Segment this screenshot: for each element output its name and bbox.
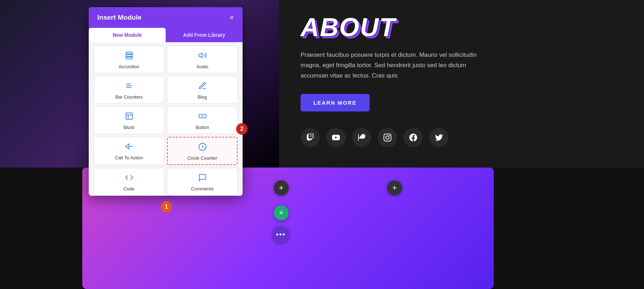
module-grid: Accordion Audio Bar Counters [94,46,238,196]
cta-icon [125,142,133,152]
svg-marker-10 [126,144,129,149]
plus-button-green[interactable]: + [274,205,289,220]
instagram-icon[interactable] [378,128,397,147]
facebook-icon[interactable] [404,128,423,147]
comments-label: Comments [191,186,214,191]
svg-rect-0 [126,52,132,54]
plus-button-mid[interactable]: + [274,180,289,195]
audio-icon [198,51,207,61]
twitter-icon[interactable] [429,128,449,147]
code-label: Code [123,186,135,191]
accordion-label: Accordion [119,64,140,69]
twitch-icon[interactable] [301,128,320,147]
svg-rect-7 [126,113,132,119]
blog-label: Blog [197,94,207,100]
dialog-tabs: New Module Add From Library [89,28,243,42]
blurb-label: Blurb [123,125,134,130]
blog-icon [198,81,207,91]
button-icon [198,112,207,122]
circle-counter-icon [198,143,207,153]
learn-more-button[interactable]: LEARN MORE [301,94,370,111]
code-icon [125,173,133,183]
svg-marker-3 [199,53,202,58]
about-body-text: Praesent faucibus posuere turpis et dict… [301,50,487,81]
tab-new-module[interactable]: New Module [89,28,166,42]
module-accordion[interactable]: Accordion [94,46,164,73]
module-call-to-action[interactable]: Call To Action [94,137,164,165]
svg-rect-1 [126,55,132,56]
module-circle-counter[interactable]: Circle Counter [167,137,238,165]
comments-icon [198,173,207,183]
module-comments[interactable]: Comments [167,168,238,195]
module-audio[interactable]: Audio [167,46,238,73]
about-section: ABOUT Praesent faucibus posuere turpis e… [279,0,644,171]
dialog-title: Insert Module [97,14,142,21]
youtube-icon[interactable] [326,128,346,147]
svg-rect-2 [126,57,132,59]
module-blog[interactable]: Blog [167,76,238,104]
tab-add-from-library[interactable]: Add From Library [166,28,243,42]
about-title: ABOUT [301,14,623,40]
cta-label: Call To Action [115,155,143,160]
patreon-icon[interactable] [352,128,371,147]
dots-menu-button[interactable]: ••• [273,226,289,243]
bar-counters-icon [125,81,133,91]
dialog-close-button[interactable]: × [230,14,234,21]
accordion-icon [125,51,133,61]
module-list: Accordion Audio Bar Counters [89,42,243,196]
module-blurb[interactable]: Blurb [94,106,164,134]
plus-button-right[interactable]: + [387,180,402,195]
circle-counter-label: Circle Counter [187,155,217,161]
badge-2: 2 [236,123,248,135]
button-label: Button [196,125,209,130]
background-bottom-right [494,168,644,289]
social-icons-row [301,128,623,147]
bar-counters-label: Bar Counters [115,94,143,100]
module-bar-counters[interactable]: Bar Counters [94,76,164,104]
dialog-header: Insert Module × [89,7,243,28]
module-code[interactable]: Code [94,168,164,195]
badge-1: 1 [161,201,172,213]
blurb-icon [125,112,133,122]
audio-label: Audio [196,64,208,69]
background-bottom-dark [0,168,82,289]
insert-module-dialog: Insert Module × New Module Add From Libr… [89,7,243,196]
module-button[interactable]: Button [167,106,238,134]
